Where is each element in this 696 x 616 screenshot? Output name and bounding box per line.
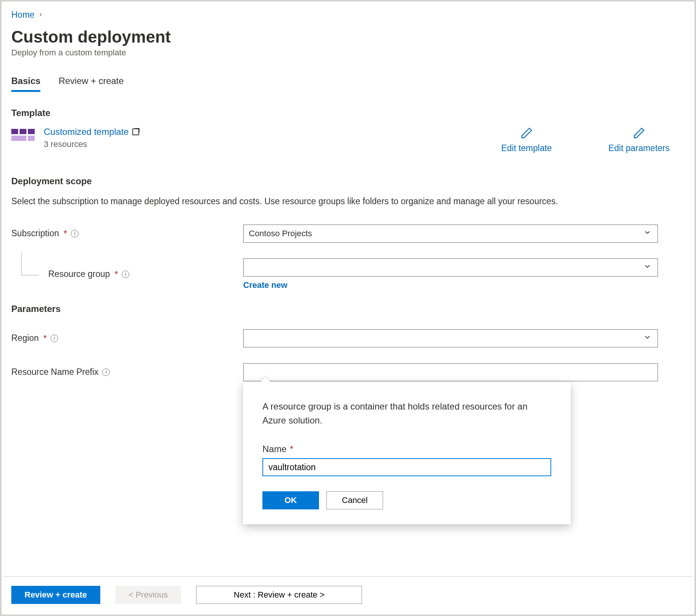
chevron-right-icon xyxy=(38,11,43,19)
page-title: Custom deployment xyxy=(11,28,685,46)
chevron-down-icon xyxy=(643,333,652,344)
section-parameters-heading: Parameters xyxy=(11,304,685,314)
scope-description: Select the subscription to manage deploy… xyxy=(11,195,630,208)
pencil-icon xyxy=(633,127,645,139)
chevron-down-icon xyxy=(643,228,652,239)
popover-name-input[interactable] xyxy=(262,458,551,476)
info-icon[interactable]: i xyxy=(51,335,58,342)
resource-name-prefix-label: Resource Name Prefix xyxy=(11,367,98,377)
subscription-select[interactable]: Contoso Projects xyxy=(243,225,658,243)
chevron-down-icon xyxy=(643,262,652,273)
resource-group-label: Resource group xyxy=(48,269,110,279)
required-asterisk: * xyxy=(115,269,118,280)
next-button[interactable]: Next : Review + create > xyxy=(196,586,362,604)
breadcrumb-home-link[interactable]: Home xyxy=(11,10,34,20)
section-template-heading: Template xyxy=(11,108,685,118)
edit-parameters-label: Edit parameters xyxy=(609,143,670,153)
create-resource-group-popover: A resource group is a container that hol… xyxy=(243,382,571,524)
info-icon[interactable]: i xyxy=(71,230,78,237)
tab-review-create[interactable]: Review + create xyxy=(58,76,124,92)
resource-name-prefix-input[interactable] xyxy=(243,363,658,381)
template-resource-count: 3 resources xyxy=(44,139,139,149)
subscription-label: Subscription xyxy=(11,228,59,238)
open-external-icon xyxy=(132,128,139,135)
edit-template-label: Edit template xyxy=(501,143,552,153)
resource-group-select[interactable] xyxy=(243,258,658,277)
popover-description: A resource group is a container that hol… xyxy=(262,399,551,427)
region-select[interactable] xyxy=(243,329,658,347)
breadcrumb: Home xyxy=(11,10,685,20)
customized-template-label: Customized template xyxy=(44,127,129,137)
edit-parameters-button[interactable]: Edit parameters xyxy=(609,127,670,153)
edit-template-button[interactable]: Edit template xyxy=(501,127,552,153)
required-asterisk: * xyxy=(64,228,67,239)
tab-basics[interactable]: Basics xyxy=(11,76,40,92)
page-subtitle: Deploy from a custom template xyxy=(11,48,685,58)
callout-arrow xyxy=(259,377,271,383)
section-scope-heading: Deployment scope xyxy=(11,176,685,186)
required-asterisk: * xyxy=(290,444,293,454)
cancel-button[interactable]: Cancel xyxy=(327,491,383,509)
create-new-link[interactable]: Create new xyxy=(243,280,287,290)
footer-bar: Review + create < Previous Next : Review… xyxy=(3,576,693,613)
review-create-button[interactable]: Review + create xyxy=(11,586,100,604)
tabs: Basics Review + create xyxy=(11,76,685,92)
info-icon[interactable]: i xyxy=(102,368,110,376)
template-icon xyxy=(11,129,35,141)
required-asterisk: * xyxy=(43,333,47,344)
info-icon[interactable]: i xyxy=(122,271,129,278)
popover-name-label: Name xyxy=(262,444,287,454)
subscription-value: Contoso Projects xyxy=(249,229,312,238)
customized-template-link[interactable]: Customized template xyxy=(44,127,139,137)
region-label: Region xyxy=(11,333,39,343)
pencil-icon xyxy=(520,127,533,139)
previous-button: < Previous xyxy=(115,586,181,604)
ok-button[interactable]: OK xyxy=(262,491,319,509)
